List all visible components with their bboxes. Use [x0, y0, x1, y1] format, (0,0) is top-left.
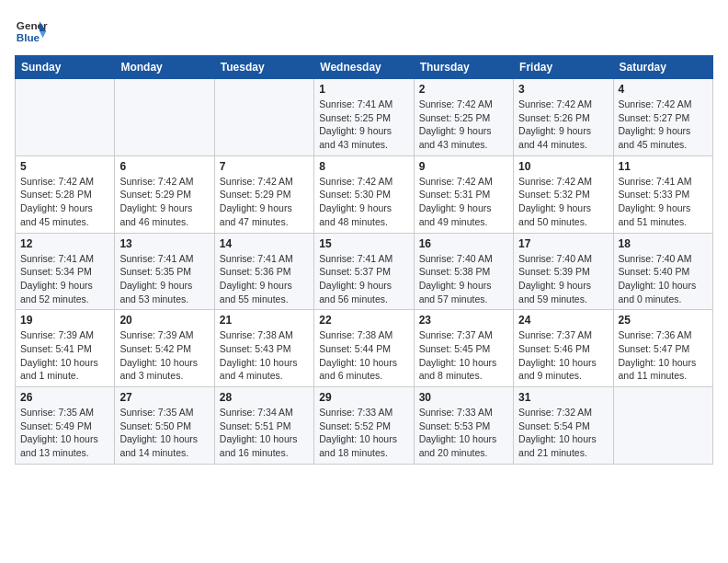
day-cell: 27Sunrise: 7:35 AM Sunset: 5:50 PM Dayli…	[115, 387, 214, 465]
day-number: 21	[220, 314, 309, 327]
day-info: Sunrise: 7:42 AM Sunset: 5:29 PM Dayligh…	[119, 175, 209, 229]
day-info: Sunrise: 7:41 AM Sunset: 5:35 PM Dayligh…	[119, 252, 209, 306]
day-cell: 9Sunrise: 7:42 AM Sunset: 5:31 PM Daylig…	[414, 155, 513, 233]
day-cell: 6Sunrise: 7:42 AM Sunset: 5:29 PM Daylig…	[115, 155, 214, 233]
calendar-table: SundayMondayTuesdayWednesdayThursdayFrid…	[15, 55, 713, 465]
day-cell: 10Sunrise: 7:42 AM Sunset: 5:32 PM Dayli…	[514, 155, 613, 233]
day-info: Sunrise: 7:42 AM Sunset: 5:29 PM Dayligh…	[220, 175, 309, 229]
svg-marker-3	[40, 31, 46, 38]
day-info: Sunrise: 7:41 AM Sunset: 5:34 PM Dayligh…	[20, 252, 109, 306]
day-info: Sunrise: 7:42 AM Sunset: 5:28 PM Dayligh…	[20, 175, 109, 229]
day-cell	[16, 79, 115, 156]
day-number: 20	[119, 314, 209, 327]
logo-icon: General Blue	[15, 15, 48, 48]
column-header-saturday: Saturday	[613, 56, 712, 79]
day-cell: 19Sunrise: 7:39 AM Sunset: 5:41 PM Dayli…	[16, 310, 115, 387]
day-cell: 29Sunrise: 7:33 AM Sunset: 5:52 PM Dayli…	[314, 387, 414, 465]
day-info: Sunrise: 7:33 AM Sunset: 5:53 PM Dayligh…	[419, 406, 508, 460]
day-info: Sunrise: 7:39 AM Sunset: 5:41 PM Dayligh…	[20, 328, 109, 383]
day-info: Sunrise: 7:41 AM Sunset: 5:33 PM Dayligh…	[619, 175, 708, 229]
day-cell: 28Sunrise: 7:34 AM Sunset: 5:51 PM Dayli…	[214, 387, 313, 465]
day-cell	[115, 79, 214, 156]
column-header-tuesday: Tuesday	[214, 56, 313, 79]
day-number: 19	[20, 314, 109, 327]
day-number: 1	[319, 83, 408, 96]
day-info: Sunrise: 7:42 AM Sunset: 5:30 PM Dayligh…	[319, 175, 408, 229]
day-number: 7	[220, 160, 309, 173]
column-header-friday: Friday	[514, 56, 613, 79]
day-cell: 8Sunrise: 7:42 AM Sunset: 5:30 PM Daylig…	[314, 155, 414, 233]
day-number: 11	[619, 160, 708, 173]
day-number: 27	[119, 391, 209, 404]
day-cell: 23Sunrise: 7:37 AM Sunset: 5:45 PM Dayli…	[414, 310, 513, 387]
day-cell	[214, 79, 313, 156]
day-number: 2	[419, 83, 508, 96]
day-info: Sunrise: 7:40 AM Sunset: 5:39 PM Dayligh…	[518, 252, 608, 306]
day-info: Sunrise: 7:42 AM Sunset: 5:25 PM Dayligh…	[419, 98, 508, 152]
day-cell: 25Sunrise: 7:36 AM Sunset: 5:47 PM Dayli…	[613, 310, 712, 387]
day-number: 14	[220, 237, 309, 250]
week-row-4: 19Sunrise: 7:39 AM Sunset: 5:41 PM Dayli…	[16, 310, 713, 387]
day-number: 18	[619, 237, 708, 250]
day-info: Sunrise: 7:37 AM Sunset: 5:46 PM Dayligh…	[518, 328, 608, 383]
day-info: Sunrise: 7:41 AM Sunset: 5:37 PM Dayligh…	[319, 252, 408, 306]
day-cell	[613, 387, 712, 465]
day-cell: 21Sunrise: 7:38 AM Sunset: 5:43 PM Dayli…	[214, 310, 313, 387]
day-cell: 11Sunrise: 7:41 AM Sunset: 5:33 PM Dayli…	[613, 155, 712, 233]
day-number: 22	[319, 314, 408, 327]
week-row-5: 26Sunrise: 7:35 AM Sunset: 5:49 PM Dayli…	[16, 387, 713, 465]
day-cell: 1Sunrise: 7:41 AM Sunset: 5:25 PM Daylig…	[314, 79, 414, 156]
day-info: Sunrise: 7:39 AM Sunset: 5:42 PM Dayligh…	[119, 328, 209, 383]
day-info: Sunrise: 7:38 AM Sunset: 5:44 PM Dayligh…	[319, 328, 408, 383]
day-number: 29	[319, 391, 408, 404]
day-cell: 30Sunrise: 7:33 AM Sunset: 5:53 PM Dayli…	[414, 387, 513, 465]
svg-text:Blue: Blue	[17, 31, 40, 43]
column-header-wednesday: Wednesday	[314, 56, 414, 79]
day-cell: 18Sunrise: 7:40 AM Sunset: 5:40 PM Dayli…	[613, 233, 712, 310]
day-number: 9	[419, 160, 508, 173]
day-info: Sunrise: 7:42 AM Sunset: 5:31 PM Dayligh…	[419, 175, 508, 229]
day-number: 25	[619, 314, 708, 327]
day-number: 30	[419, 391, 508, 404]
day-cell: 4Sunrise: 7:42 AM Sunset: 5:27 PM Daylig…	[613, 79, 712, 156]
day-number: 16	[419, 237, 508, 250]
week-row-3: 12Sunrise: 7:41 AM Sunset: 5:34 PM Dayli…	[16, 233, 713, 310]
day-cell: 24Sunrise: 7:37 AM Sunset: 5:46 PM Dayli…	[514, 310, 613, 387]
day-info: Sunrise: 7:36 AM Sunset: 5:47 PM Dayligh…	[619, 328, 708, 383]
day-cell: 14Sunrise: 7:41 AM Sunset: 5:36 PM Dayli…	[214, 233, 313, 310]
day-cell: 31Sunrise: 7:32 AM Sunset: 5:54 PM Dayli…	[514, 387, 613, 465]
day-number: 17	[518, 237, 608, 250]
day-info: Sunrise: 7:37 AM Sunset: 5:45 PM Dayligh…	[419, 328, 508, 383]
day-info: Sunrise: 7:42 AM Sunset: 5:26 PM Dayligh…	[518, 98, 608, 152]
day-number: 15	[319, 237, 408, 250]
calendar-header-row: SundayMondayTuesdayWednesdayThursdayFrid…	[16, 56, 713, 79]
week-row-2: 5Sunrise: 7:42 AM Sunset: 5:28 PM Daylig…	[16, 155, 713, 233]
day-number: 26	[20, 391, 109, 404]
day-number: 4	[619, 83, 708, 96]
day-info: Sunrise: 7:41 AM Sunset: 5:36 PM Dayligh…	[220, 252, 309, 306]
day-number: 24	[518, 314, 608, 327]
day-info: Sunrise: 7:41 AM Sunset: 5:25 PM Dayligh…	[319, 98, 408, 152]
day-number: 8	[319, 160, 408, 173]
day-number: 28	[220, 391, 309, 404]
logo: General Blue	[15, 15, 48, 48]
day-number: 12	[20, 237, 109, 250]
day-info: Sunrise: 7:35 AM Sunset: 5:50 PM Dayligh…	[119, 406, 209, 460]
day-cell: 26Sunrise: 7:35 AM Sunset: 5:49 PM Dayli…	[16, 387, 115, 465]
day-info: Sunrise: 7:33 AM Sunset: 5:52 PM Dayligh…	[319, 406, 408, 460]
day-cell: 12Sunrise: 7:41 AM Sunset: 5:34 PM Dayli…	[16, 233, 115, 310]
day-cell: 5Sunrise: 7:42 AM Sunset: 5:28 PM Daylig…	[16, 155, 115, 233]
week-row-1: 1Sunrise: 7:41 AM Sunset: 5:25 PM Daylig…	[16, 79, 713, 156]
day-cell: 2Sunrise: 7:42 AM Sunset: 5:25 PM Daylig…	[414, 79, 513, 156]
day-number: 5	[20, 160, 109, 173]
day-info: Sunrise: 7:35 AM Sunset: 5:49 PM Dayligh…	[20, 406, 109, 460]
day-cell: 7Sunrise: 7:42 AM Sunset: 5:29 PM Daylig…	[214, 155, 313, 233]
day-number: 3	[518, 83, 608, 96]
day-info: Sunrise: 7:32 AM Sunset: 5:54 PM Dayligh…	[518, 406, 608, 460]
column-header-thursday: Thursday	[414, 56, 513, 79]
day-number: 31	[518, 391, 608, 404]
day-info: Sunrise: 7:42 AM Sunset: 5:32 PM Dayligh…	[518, 175, 608, 229]
day-number: 10	[518, 160, 608, 173]
day-cell: 3Sunrise: 7:42 AM Sunset: 5:26 PM Daylig…	[514, 79, 613, 156]
day-info: Sunrise: 7:34 AM Sunset: 5:51 PM Dayligh…	[220, 406, 309, 460]
